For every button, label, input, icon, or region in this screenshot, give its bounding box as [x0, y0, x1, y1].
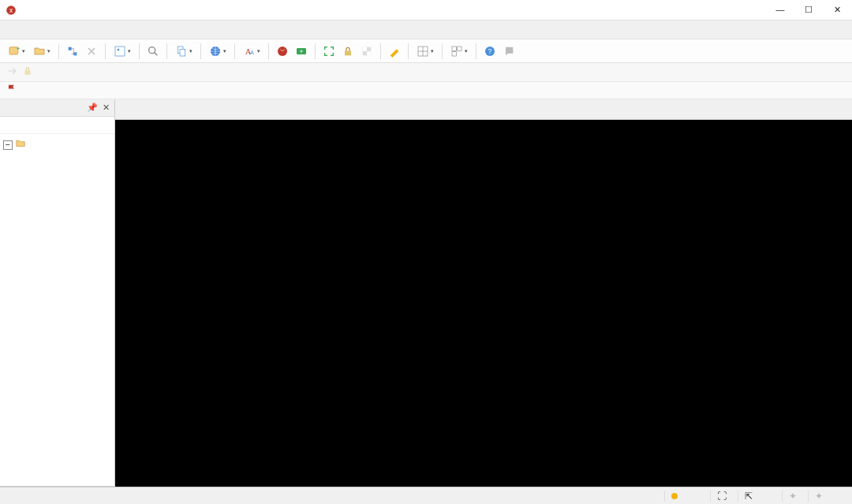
menu-bar: [0, 21, 852, 39]
help-icon[interactable]: ?: [481, 43, 499, 60]
tree-root[interactable]: −: [2, 137, 113, 152]
font-icon[interactable]: AA▾: [240, 43, 263, 60]
address-bar: [0, 63, 852, 82]
fullscreen-icon[interactable]: [320, 43, 338, 60]
svg-rect-23: [452, 51, 456, 55]
find-icon[interactable]: [144, 43, 162, 60]
open-session-icon[interactable]: ▾: [30, 43, 54, 60]
app-icon: x: [5, 4, 17, 17]
svg-rect-19: [367, 51, 371, 55]
svg-text:+: +: [17, 45, 21, 52]
session-manager-header: 📌 ✕: [0, 99, 114, 117]
globe-icon[interactable]: ▾: [206, 43, 230, 60]
svg-rect-10: [180, 49, 185, 56]
flag-icon: [6, 84, 17, 97]
panel-close-icon[interactable]: ✕: [103, 103, 110, 113]
session-manager-panel: 📌 ✕ −: [0, 99, 115, 487]
tool-bar: +▾ ▾ ▾ ▾ ▾ AA▾ ▾ ▾ ?: [0, 39, 852, 63]
svg-rect-5: [73, 52, 77, 55]
svg-rect-16: [345, 50, 351, 55]
maximize-button[interactable]: ☐: [798, 5, 819, 15]
status-indicator-2: ✦: [808, 491, 829, 502]
menu-tab[interactable]: [63, 28, 76, 32]
transparent-icon[interactable]: [358, 43, 376, 60]
main: 📌 ✕ −: [0, 99, 852, 487]
menu-view[interactable]: [35, 28, 47, 32]
connect-icon[interactable]: [64, 43, 81, 60]
svg-text:x: x: [9, 6, 13, 13]
svg-rect-26: [25, 70, 31, 74]
terminal[interactable]: [115, 120, 852, 487]
arrange-icon[interactable]: ▾: [447, 43, 471, 60]
close-button[interactable]: ✕: [827, 5, 847, 15]
svg-rect-21: [452, 47, 456, 50]
lock-icon[interactable]: [339, 43, 357, 60]
svg-rect-18: [363, 47, 367, 50]
address-lock-icon: [22, 65, 33, 79]
session-search: [0, 117, 114, 134]
status-size: ⛶: [710, 491, 733, 502]
right-pane: [115, 99, 852, 487]
info-bar: [0, 82, 852, 99]
menu-tools[interactable]: [49, 28, 62, 32]
properties-icon[interactable]: ▾: [110, 43, 134, 60]
layout-icon[interactable]: ▾: [413, 43, 437, 60]
menu-file[interactable]: [6, 28, 19, 32]
xftp-icon[interactable]: [293, 43, 310, 60]
title-bar: x — ☐ ✕: [0, 0, 852, 21]
address-arrow-icon[interactable]: [6, 65, 17, 79]
status-cursor: ⇱: [738, 491, 759, 502]
pin-icon[interactable]: 📌: [87, 103, 98, 113]
folder-icon: [15, 138, 26, 151]
tree-toggle-icon[interactable]: −: [3, 140, 13, 150]
status-indicator-1: ✦: [782, 491, 803, 502]
svg-rect-4: [69, 47, 72, 50]
menu-edit[interactable]: [21, 28, 33, 32]
session-tree: −: [0, 134, 114, 486]
window-controls: — ☐ ✕: [770, 5, 847, 15]
svg-point-14: [278, 47, 287, 56]
new-session-icon[interactable]: +▾: [5, 43, 28, 60]
svg-point-7: [118, 48, 120, 50]
svg-rect-22: [458, 47, 462, 50]
status-bar: ⛶ ⇱ ✦ ✦: [0, 487, 852, 504]
highlight-icon[interactable]: [386, 43, 403, 60]
tabs: [115, 99, 852, 120]
xagent-icon[interactable]: [274, 43, 291, 60]
feedback-icon[interactable]: [500, 43, 518, 60]
copy-icon[interactable]: ▾: [172, 43, 196, 60]
svg-text:A: A: [250, 50, 254, 55]
minimize-button[interactable]: —: [770, 5, 790, 15]
status-ssh: [664, 491, 687, 502]
menu-window[interactable]: [77, 28, 90, 32]
menu-help[interactable]: [92, 28, 104, 32]
svg-rect-6: [115, 47, 125, 56]
session-search-input[interactable]: [3, 120, 121, 131]
disconnect-icon[interactable]: [83, 43, 100, 60]
svg-text:?: ?: [488, 47, 492, 55]
